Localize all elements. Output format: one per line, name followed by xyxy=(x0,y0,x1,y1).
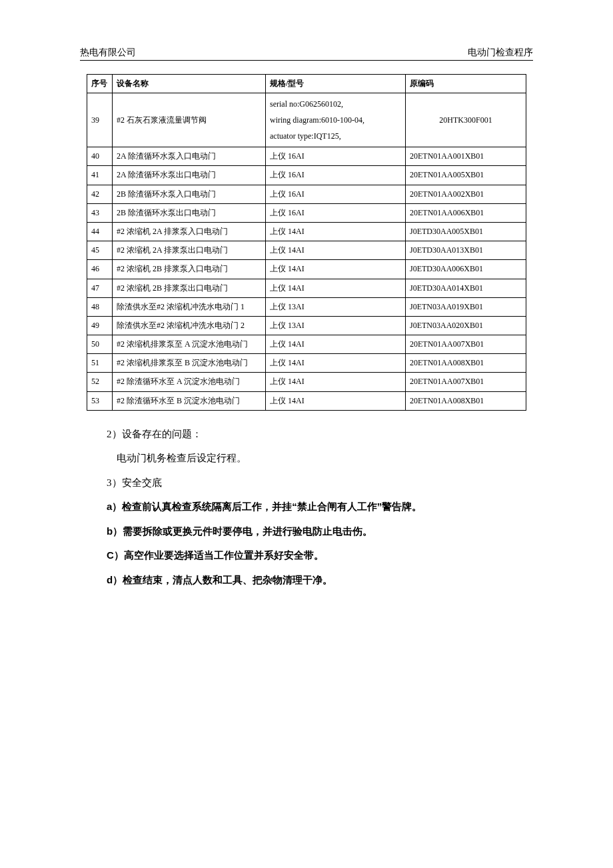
cell-code: 20ETN01AA005XB01 xyxy=(406,166,526,185)
cell-code: J0ETD30AA006XB01 xyxy=(406,260,526,279)
cell-code: J0ETN03AA020XB01 xyxy=(406,316,526,335)
cell-spec: 上仪 14AI xyxy=(266,373,406,391)
cell-name: #2 浓缩机排浆泵至 A 沉淀水池电动门 xyxy=(113,335,266,354)
table-row: 47#2 浓缩机 2B 排浆泵出口电动门上仪 14AIJ0ETD30AA014X… xyxy=(87,279,526,297)
header-left: 热电有限公司 xyxy=(80,47,136,59)
cell-name: #2 浓缩机 2B 排浆泵出口电动门 xyxy=(113,279,266,297)
cell-spec: 上仪 14AI xyxy=(266,279,406,297)
cell-spec: 上仪 16AI xyxy=(266,203,406,222)
item-c: C）高空作业要选择适当工作位置并系好安全带。 xyxy=(87,544,526,567)
cell-name: 2A 除渣循环水泵出口电动门 xyxy=(113,166,266,185)
table-row: 48除渣供水至#2 浓缩机冲洗水电动门 1上仪 13AIJ0ETN03AA019… xyxy=(87,297,526,316)
table-row: 53#2 除渣循环水至 B 沉淀水池电动门上仪 14AI20ETN01AA008… xyxy=(87,391,526,410)
cell-code: J0ETD30AA005XB01 xyxy=(406,222,526,241)
cell-idx: 49 xyxy=(87,316,113,335)
cell-name: #2 除渣循环水至 A 沉淀水池电动门 xyxy=(113,373,266,391)
cell-name: 2B 除渣循环水泵入口电动门 xyxy=(113,185,266,203)
cell-idx: 41 xyxy=(87,166,113,185)
table-row: 46#2 浓缩机 2B 排浆泵入口电动门上仪 14AIJ0ETD30AA006X… xyxy=(87,260,526,279)
cell-name: 2B 除渣循环水泵出口电动门 xyxy=(113,203,266,222)
cell-spec: 上仪 16AI xyxy=(266,147,406,166)
item-b: b）需要拆除或更换元件时要停电，并进行验电防止电击伤。 xyxy=(87,520,526,543)
header-idx: 序号 xyxy=(87,75,113,93)
cell-name: #2 浓缩机排浆泵至 B 沉淀水池电动门 xyxy=(113,354,266,373)
equipment-table: 序号 设备名称 规格/型号 原编码 39#2 石灰石浆液流量调节阀serial … xyxy=(87,74,526,411)
cell-name: #2 浓缩机 2B 排浆泵入口电动门 xyxy=(113,260,266,279)
cell-idx: 43 xyxy=(87,203,113,222)
cell-code: J0ETD30AA014XB01 xyxy=(406,279,526,297)
cell-name: #2 除渣循环水至 B 沉淀水池电动门 xyxy=(113,391,266,410)
cell-spec: serial no:G062560102,wiring diagram:6010… xyxy=(266,93,406,147)
cell-idx: 46 xyxy=(87,260,113,279)
cell-code: 20ETN01AA006XB01 xyxy=(406,203,526,222)
cell-idx: 47 xyxy=(87,279,113,297)
cell-code: 20HTK300F001 xyxy=(406,93,526,147)
table-row: 412A 除渣循环水泵出口电动门上仪 16AI20ETN01AA005XB01 xyxy=(87,166,526,185)
cell-name: #2 浓缩机 2A 排浆泵入口电动门 xyxy=(113,222,266,241)
header-right: 电动门检查程序 xyxy=(468,47,533,59)
cell-idx: 44 xyxy=(87,222,113,241)
table-row: 44#2 浓缩机 2A 排浆泵入口电动门上仪 14AIJ0ETD30AA005X… xyxy=(87,222,526,241)
cell-name: 除渣供水至#2 浓缩机冲洗水电动门 2 xyxy=(113,316,266,335)
header-code: 原编码 xyxy=(406,75,526,93)
header-spec: 规格/型号 xyxy=(266,75,406,93)
cell-code: 20ETN01AA008XB01 xyxy=(406,354,526,373)
cell-spec: 上仪 14AI xyxy=(266,241,406,260)
section-3-title: 3）安全交底 xyxy=(87,471,526,495)
table-body: 39#2 石灰石浆液流量调节阀serial no:G062560102,wiri… xyxy=(87,93,526,411)
header-name: 设备名称 xyxy=(113,75,266,93)
cell-name: #2 石灰石浆液流量调节阀 xyxy=(113,93,266,147)
page-header: 热电有限公司 电动门检查程序 xyxy=(80,47,533,61)
table-row: 45#2 浓缩机 2A 排浆泵出口电动门上仪 14AIJ0ETD30AA013X… xyxy=(87,241,526,260)
cell-name: 除渣供水至#2 浓缩机冲洗水电动门 1 xyxy=(113,297,266,316)
cell-idx: 52 xyxy=(87,373,113,391)
cell-code: 20ETN01AA002XB01 xyxy=(406,185,526,203)
cell-idx: 42 xyxy=(87,185,113,203)
cell-code: J0ETN03AA019XB01 xyxy=(406,297,526,316)
cell-code: J0ETD30AA013XB01 xyxy=(406,241,526,260)
cell-spec: 上仪 14AI xyxy=(266,354,406,373)
cell-idx: 53 xyxy=(87,391,113,410)
table-header-row: 序号 设备名称 规格/型号 原编码 xyxy=(87,75,526,93)
table-row: 50#2 浓缩机排浆泵至 A 沉淀水池电动门上仪 14AI20ETN01AA00… xyxy=(87,335,526,354)
cell-code: 20ETN01AA008XB01 xyxy=(406,391,526,410)
table-row: 39#2 石灰石浆液流量调节阀serial no:G062560102,wiri… xyxy=(87,93,526,147)
item-d: d）检查结束，清点人数和工具、把杂物清理干净。 xyxy=(87,569,526,592)
cell-idx: 40 xyxy=(87,147,113,166)
cell-idx: 51 xyxy=(87,354,113,373)
cell-spec: 上仪 13AI xyxy=(266,297,406,316)
cell-idx: 50 xyxy=(87,335,113,354)
cell-spec: 上仪 16AI xyxy=(266,166,406,185)
cell-spec: 上仪 14AI xyxy=(266,391,406,410)
cell-code: 20ETN01AA001XB01 xyxy=(406,147,526,166)
cell-code: 20ETN01AA007XB01 xyxy=(406,335,526,354)
table-row: 52#2 除渣循环水至 A 沉淀水池电动门上仪 14AI20ETN01AA007… xyxy=(87,373,526,391)
cell-code: 20ETN01AA007XB01 xyxy=(406,373,526,391)
content-section: 2）设备存在的问题： 电动门机务检查后设定行程。 3）安全交底 a）检查前认真检… xyxy=(80,423,533,592)
table-row: 49除渣供水至#2 浓缩机冲洗水电动门 2上仪 13AIJ0ETN03AA020… xyxy=(87,316,526,335)
cell-spec: 上仪 14AI xyxy=(266,260,406,279)
section-2-title: 2）设备存在的问题： xyxy=(87,423,526,446)
table-row: 422B 除渣循环水泵入口电动门上仪 16AI20ETN01AA002XB01 xyxy=(87,185,526,203)
table-row: 402A 除渣循环水泵入口电动门上仪 16AI20ETN01AA001XB01 xyxy=(87,147,526,166)
document-page: 热电有限公司 电动门检查程序 序号 设备名称 规格/型号 原编码 39#2 石灰… xyxy=(0,0,613,591)
equipment-table-wrap: 序号 设备名称 规格/型号 原编码 39#2 石灰石浆液流量调节阀serial … xyxy=(87,74,526,411)
table-row: 51#2 浓缩机排浆泵至 B 沉淀水池电动门上仪 14AI20ETN01AA00… xyxy=(87,354,526,373)
cell-name: 2A 除渣循环水泵入口电动门 xyxy=(113,147,266,166)
cell-idx: 45 xyxy=(87,241,113,260)
cell-name: #2 浓缩机 2A 排浆泵出口电动门 xyxy=(113,241,266,260)
cell-spec: 上仪 16AI xyxy=(266,185,406,203)
cell-spec: 上仪 14AI xyxy=(266,335,406,354)
cell-spec: 上仪 14AI xyxy=(266,222,406,241)
item-a: a）检查前认真检查系统隔离后工作，并挂“禁止合闸有人工作”警告牌。 xyxy=(87,495,526,519)
cell-spec: 上仪 13AI xyxy=(266,316,406,335)
cell-idx: 48 xyxy=(87,297,113,316)
section-2-body: 电动门机务检查后设定行程。 xyxy=(87,447,526,470)
cell-idx: 39 xyxy=(87,93,113,147)
table-row: 432B 除渣循环水泵出口电动门上仪 16AI20ETN01AA006XB01 xyxy=(87,203,526,222)
